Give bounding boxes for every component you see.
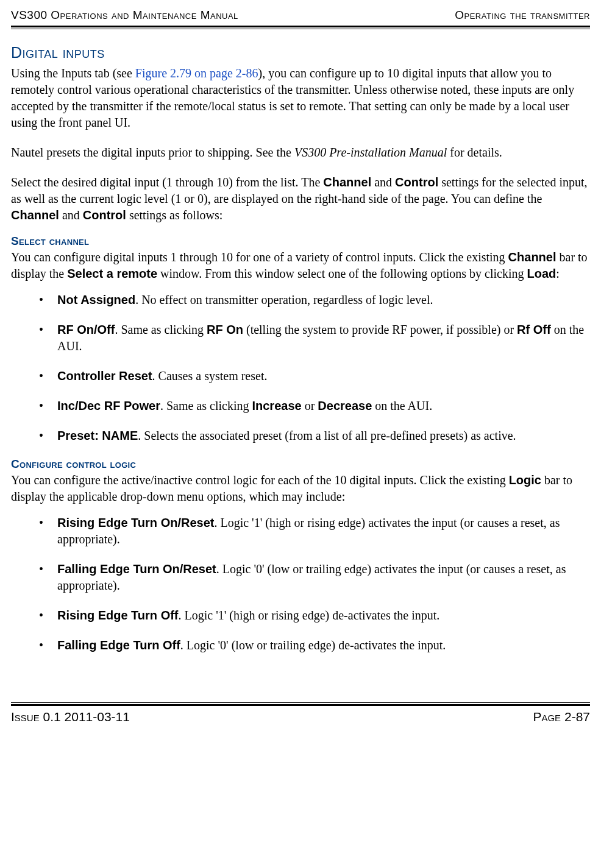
option-text: . Selects the associated preset (from a … [138,429,516,442]
text: Using the Inputs tab (see [11,66,135,80]
term-control: Control [83,208,126,222]
option-text: . Causes a system reset. [152,369,268,383]
term-increase: Increase [252,399,301,412]
footer-right: Page 2-87 [533,710,590,724]
list-item: Inc/Dec RF Power. Same as clicking Incre… [39,398,590,414]
header-left: VS300 Operations and Maintenance Manual [11,9,238,22]
intro-paragraph-1: Using the Inputs tab (see Figure 2.79 on… [11,65,590,131]
footer-wrap: Issue 0.1 2011-03-11 Page 2-87 [11,702,590,724]
subsection-select-channel: Select channel [11,235,590,248]
option-label: Not Assigned [57,293,135,306]
list-item: Controller Reset. Causes a system reset. [39,368,590,384]
section-title-digital-inputs: Digital inputs [11,44,590,62]
term-decrease: Decrease [318,399,372,412]
option-text: . No effect on transmitter operation, re… [135,293,433,306]
term-control: Control [395,175,438,189]
term-rf-on: RF On [207,323,243,336]
list-item: Not Assigned. No effect on transmitter o… [39,292,590,308]
text: : [556,267,560,280]
page-footer: Issue 0.1 2011-03-11 Page 2-87 [11,706,590,724]
text: on the AUI. [372,399,432,412]
text: and [371,175,395,189]
option-label: RF On/Off [57,323,115,336]
text: Select the desired digital input (1 thro… [11,175,323,189]
list-item: Preset: NAME. Selects the associated pre… [39,428,590,444]
channel-options-list: Not Assigned. No effect on transmitter o… [39,292,590,444]
list-item: RF On/Off. Same as clicking RF On (telli… [39,322,590,355]
text: (telling the system to provide RF power,… [243,323,517,336]
option-text: . Logic '0' (low or trailing edge) de-ac… [180,638,446,652]
term-select-remote: Select a remote [67,267,157,280]
option-label: Rising Edge Turn Off [57,609,179,622]
subsection-configure-control-logic: Configure control logic [11,457,590,471]
manual-title-italic: VS300 Pre-installation Manual [294,146,447,159]
term-channel: Channel [11,208,59,222]
header-rule-thick [11,26,590,27]
term-load: Load [527,267,557,280]
option-label: Falling Edge Turn Off [57,638,180,652]
list-item: Falling Edge Turn On/Reset. Logic '0' (l… [39,561,590,594]
logic-options-list: Rising Edge Turn On/Reset. Logic '1' (hi… [39,515,590,654]
option-label: Falling Edge Turn On/Reset [57,562,216,576]
text: for details. [447,146,502,159]
text: or [302,399,318,412]
text: You can configure the active/inactive co… [11,473,509,487]
term-channel: Channel [323,175,371,189]
footer-rule-thin [11,702,590,703]
header-right: Operating the transmitter [455,9,590,22]
option-label: Rising Edge Turn On/Reset [57,516,214,529]
list-item: Falling Edge Turn Off. Logic '0' (low or… [39,637,590,654]
option-label: Inc/Dec RF Power [57,399,160,412]
intro-paragraph-2: Nautel presets the digital inputs prior … [11,144,590,161]
term-channel: Channel [508,250,557,264]
footer-left: Issue 0.1 2011-03-11 [11,710,130,724]
control-logic-paragraph: You can configure the active/inactive co… [11,472,590,505]
text: window. From this window select one of t… [157,267,527,280]
list-item: Rising Edge Turn On/Reset. Logic '1' (hi… [39,515,590,548]
text: . Same as clicking [115,323,207,336]
option-label: Preset: NAME [57,429,138,442]
content: Digital inputs Using the Inputs tab (see… [11,29,590,654]
list-item: Rising Edge Turn Off. Logic '1' (high or… [39,607,590,624]
option-label: Controller Reset [57,369,152,383]
text: Nautel presets the digital inputs prior … [11,146,294,159]
select-channel-paragraph: You can configure digital inputs 1 throu… [11,249,590,282]
text: . Same as clicking [160,399,252,412]
text: You can configure digital inputs 1 throu… [11,250,508,264]
text: and [59,208,83,222]
intro-paragraph-3: Select the desired digital input (1 thro… [11,174,590,224]
term-rf-off: Rf Off [517,323,551,336]
option-text: . Logic '1' (high or rising edge) de-act… [179,609,440,622]
text: settings as follows: [126,208,222,222]
term-logic: Logic [509,473,541,487]
figure-link[interactable]: Figure 2.79 on page 2-86 [135,66,258,80]
page-header: VS300 Operations and Maintenance Manual … [11,9,590,26]
